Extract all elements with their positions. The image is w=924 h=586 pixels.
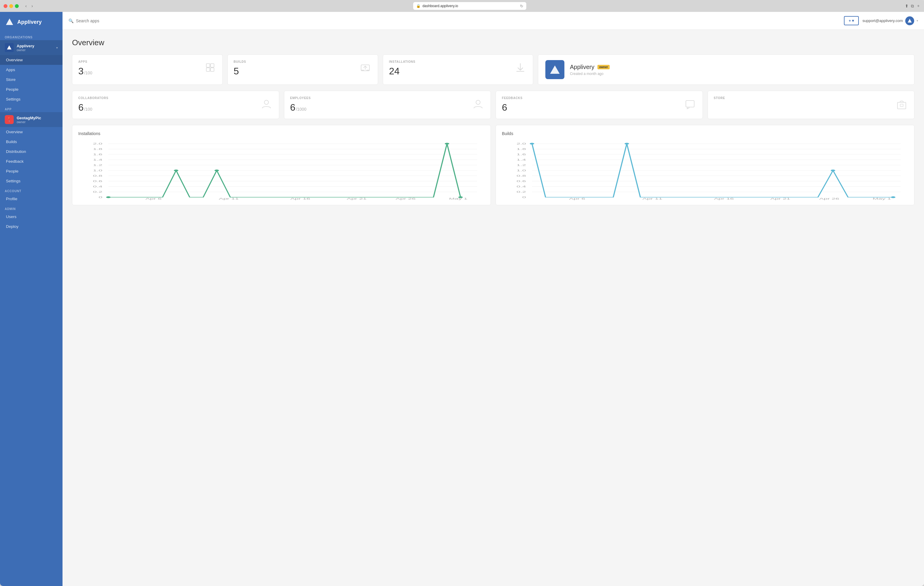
- svg-point-74: [891, 196, 896, 198]
- svg-text:Apr 16: Apr 16: [714, 197, 734, 200]
- org-logo-box: [545, 60, 564, 79]
- add-button-label: + ▾: [849, 18, 854, 23]
- svg-point-73: [831, 170, 835, 171]
- installations-chart-card: Installations: [72, 125, 491, 205]
- sidebar-item-feedback[interactable]: Feedback: [0, 156, 63, 166]
- svg-marker-12: [550, 66, 559, 74]
- stat-card-installations: INSTALLATIONS 24: [383, 54, 533, 85]
- org-info: Applivery owner: [16, 44, 53, 52]
- maximize-button[interactable]: [15, 4, 19, 8]
- installations-chart-svg: 2.0 1.8 1.6 1.4 1.2 1.0 0.8 0.6 0.4 0.2: [78, 141, 485, 200]
- svg-rect-5: [206, 68, 210, 71]
- stat-card-builds: BUILDS 5: [228, 54, 378, 85]
- sidebar-item-distribution[interactable]: Distribution: [0, 146, 63, 156]
- sidebar-item-deploy[interactable]: Deploy: [0, 222, 63, 231]
- share-button[interactable]: ⬆: [905, 3, 909, 8]
- search-wrap: 🔍: [68, 18, 840, 23]
- org-item[interactable]: Applivery owner ▾: [0, 40, 63, 55]
- main-content: 🔍 + ▾ support@applivery.com ▾ Overview: [63, 12, 924, 586]
- reload-icon[interactable]: ↻: [520, 4, 523, 8]
- svg-rect-15: [686, 100, 694, 107]
- sidebar-item-profile[interactable]: Profile: [0, 194, 63, 204]
- svg-text:1.6: 1.6: [516, 153, 526, 156]
- sidebar-item-apps[interactable]: Apps: [0, 65, 63, 75]
- stat-label-collaborators: COLLABORATORS: [78, 96, 108, 100]
- add-button[interactable]: + ▾: [844, 16, 859, 25]
- sidebar-item-users[interactable]: Users: [0, 212, 63, 222]
- svg-point-39: [106, 196, 111, 198]
- svg-text:0.8: 0.8: [516, 174, 526, 177]
- sidebar-item-builds[interactable]: Builds: [0, 137, 63, 146]
- sidebar-item-overview[interactable]: Overview: [0, 55, 63, 65]
- split-view-button[interactable]: ⧉: [911, 3, 914, 8]
- stat-card-collaborators: COLLABORATORS 6 /100: [72, 91, 279, 119]
- svg-text:1.0: 1.0: [516, 169, 526, 172]
- svg-text:Apr 26: Apr 26: [396, 197, 416, 200]
- forward-button[interactable]: ›: [30, 3, 35, 9]
- app-item-geotagmypic[interactable]: 📍 GeotagMyPic owner: [0, 112, 63, 127]
- search-input[interactable]: [76, 18, 135, 23]
- url-text: dashboard.applivery.io: [422, 4, 458, 8]
- svg-text:0.2: 0.2: [516, 190, 526, 193]
- stats-row-1: APPS 3 /100: [72, 54, 914, 85]
- org-section-label: ORGANIZATIONS: [0, 32, 63, 40]
- sidebar-item-settings[interactable]: Settings: [0, 94, 63, 104]
- stats-row-2: COLLABORATORS 6 /100: [72, 91, 914, 119]
- svg-text:Apr 26: Apr 26: [819, 197, 839, 200]
- svg-rect-4: [210, 64, 214, 67]
- sidebar-item-people[interactable]: People: [0, 84, 63, 94]
- svg-rect-16: [898, 102, 906, 109]
- stat-label-employees: EMPLOYEES: [290, 96, 311, 100]
- apps-icon: [204, 61, 216, 76]
- svg-text:Apr 11: Apr 11: [642, 197, 662, 200]
- sidebar: Applivery ORGANIZATIONS Applivery owner …: [0, 12, 63, 586]
- app-info: GeotagMyPic owner: [16, 116, 58, 124]
- svg-text:May 1: May 1: [449, 197, 468, 200]
- svg-text:Apr 6: Apr 6: [145, 197, 162, 200]
- svg-rect-3: [206, 64, 210, 67]
- address-bar[interactable]: 🔒 dashboard.applivery.io ↻: [413, 2, 526, 10]
- owner-badge: owner: [597, 65, 610, 69]
- svg-text:0.8: 0.8: [93, 174, 102, 177]
- svg-point-42: [445, 143, 449, 145]
- svg-text:1.8: 1.8: [516, 148, 526, 150]
- sidebar-item-app-overview[interactable]: Overview: [0, 127, 63, 137]
- user-menu[interactable]: support@applivery.com ▾: [862, 16, 918, 25]
- builds-chart-title: Builds: [502, 131, 908, 136]
- sidebar-item-store[interactable]: Store: [0, 75, 63, 84]
- employees-icon: [472, 97, 485, 114]
- stat-card-feedbacks: FEEDBACKS 6: [496, 91, 703, 119]
- svg-text:0.4: 0.4: [93, 185, 102, 188]
- installations-icon: [514, 61, 527, 77]
- svg-rect-17: [900, 104, 903, 107]
- browser-window: ‹ › 🔒 dashboard.applivery.io ↻ ⬆ ⧉ ＋ App…: [0, 0, 924, 586]
- page-title: Overview: [72, 38, 914, 47]
- org-avatar: [5, 43, 14, 52]
- svg-text:0.6: 0.6: [93, 179, 102, 183]
- sidebar-item-app-settings[interactable]: Settings: [0, 176, 63, 186]
- user-email: support@applivery.com: [862, 18, 903, 23]
- minimize-button[interactable]: [9, 4, 13, 8]
- feedbacks-icon: [683, 97, 696, 114]
- close-button[interactable]: [3, 4, 7, 8]
- applivery-logo-icon: [5, 17, 14, 27]
- stat-card-employees: EMPLOYEES 6 /1000: [284, 91, 491, 119]
- collaborators-icon: [260, 97, 273, 114]
- svg-text:1.6: 1.6: [93, 153, 102, 156]
- sidebar-item-app-people[interactable]: People: [0, 166, 63, 176]
- stat-label-installations: INSTALLATIONS: [389, 60, 416, 63]
- admin-section-label: ADMIN: [0, 204, 63, 212]
- stat-value-apps: 3 /100: [78, 66, 92, 77]
- svg-text:1.0: 1.0: [93, 169, 102, 172]
- browser-titlebar: ‹ › 🔒 dashboard.applivery.io ↻ ⬆ ⧉ ＋: [0, 0, 924, 12]
- stat-card-apps: APPS 3 /100: [72, 54, 223, 85]
- svg-text:0.6: 0.6: [516, 179, 526, 183]
- stat-label-builds: BUILDS: [234, 60, 246, 63]
- app-icon: 📍: [5, 115, 14, 124]
- back-button[interactable]: ‹: [23, 3, 28, 9]
- svg-marker-1: [7, 46, 12, 50]
- svg-text:0.4: 0.4: [516, 185, 526, 188]
- builds-chart-card: Builds: [496, 125, 914, 205]
- new-tab-button[interactable]: ＋: [916, 3, 921, 8]
- svg-point-72: [625, 143, 629, 145]
